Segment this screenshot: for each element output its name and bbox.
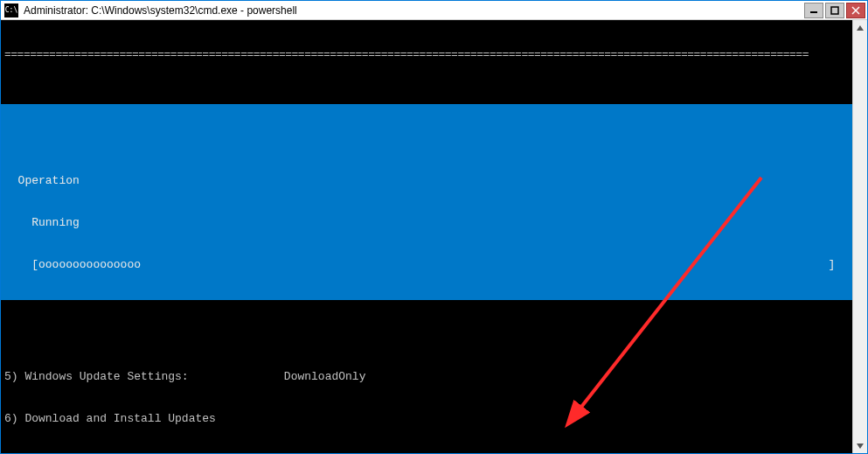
app-icon: C:\ bbox=[4, 3, 18, 17]
chevron-down-icon bbox=[857, 444, 864, 449]
maximize-icon bbox=[830, 6, 839, 15]
progress-status: Running bbox=[4, 216, 849, 230]
chevron-up-icon bbox=[857, 25, 864, 31]
scroll-down-button[interactable] bbox=[853, 438, 867, 453]
progress-operation-label: Operation bbox=[4, 174, 849, 188]
window-title: Administrator: C:\Windows\system32\cmd.e… bbox=[22, 4, 804, 17]
progress-bar-end: ] bbox=[141, 258, 849, 272]
progress-block: Operation Running [ooooooooooooooo ] bbox=[1, 104, 852, 300]
console-content[interactable]: ========================================… bbox=[1, 20, 852, 453]
minimize-icon bbox=[809, 6, 818, 15]
svg-marker-7 bbox=[857, 444, 864, 449]
titlebar[interactable]: C:\ Administrator: C:\Windows\system32\c… bbox=[1, 1, 867, 20]
scroll-up-button[interactable] bbox=[853, 20, 867, 35]
window-controls bbox=[804, 3, 867, 18]
svg-rect-1 bbox=[831, 7, 838, 14]
sconfig-menu: 5) Windows Update Settings: DownloadOnly… bbox=[1, 342, 852, 453]
menu-item-5: 5) Windows Update Settings: DownloadOnly bbox=[4, 370, 849, 384]
console-area: ========================================… bbox=[1, 20, 867, 453]
divider-line: ========================================… bbox=[1, 48, 852, 62]
close-button[interactable] bbox=[846, 3, 865, 18]
scroll-track[interactable] bbox=[853, 35, 867, 438]
progress-blank bbox=[4, 132, 849, 146]
close-icon bbox=[851, 6, 860, 15]
menu-item-6: 6) Download and Install Updates bbox=[4, 412, 849, 426]
maximize-button[interactable] bbox=[825, 3, 844, 18]
cmd-window: C:\ Administrator: C:\Windows\system32\c… bbox=[0, 0, 868, 454]
progress-bar-fill: [ooooooooooooooo bbox=[4, 258, 141, 272]
vertical-scrollbar[interactable] bbox=[852, 20, 867, 453]
svg-marker-6 bbox=[857, 25, 864, 31]
minimize-button[interactable] bbox=[804, 3, 823, 18]
progress-bar: [ooooooooooooooo ] bbox=[4, 258, 849, 272]
